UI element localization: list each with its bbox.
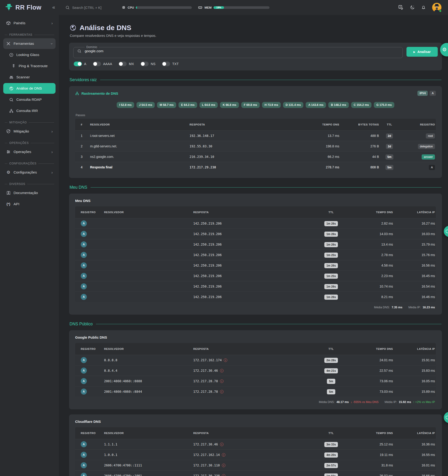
table-header-row: REGISTRO RESOLVEDOR RESPOSTA TTL TEMPO D…	[75, 427, 436, 439]
ttl-badge: 5m	[385, 154, 393, 159]
table-row: A 8.8.4.4 172.217.30.46! 4m 21s 22.57 ms…	[75, 365, 436, 376]
table-row: A 142.250.219.206 1m 25s 2.78 ms 15.76 m…	[75, 249, 436, 260]
sidebar-item-label: Consulta RDAP	[16, 97, 42, 102]
book-icon	[6, 191, 11, 195]
sidebar-item-api[interactable]: {*} API	[3, 199, 56, 210]
table-row: A 142.250.219.206 1m 26s 13.4 ms 15.79 m…	[75, 239, 436, 249]
online-status-dot	[439, 10, 442, 12]
record-a-badge: A	[81, 241, 87, 247]
sidebar-item-label: Painéis	[13, 21, 25, 25]
record-a-badge: A	[81, 368, 87, 374]
chevron-right-icon: ›	[51, 150, 53, 154]
ttl-badge: 2m 28s	[324, 358, 338, 363]
ttl-badge: 1m 26s	[324, 263, 338, 268]
search-icon	[65, 5, 70, 10]
sidebar-section-ferramentas: FERRAMENTAS	[5, 33, 54, 36]
record-toggle-mx[interactable]: MX	[119, 62, 134, 66]
record-a-badge: A	[81, 283, 87, 289]
sidebar-item-scanner[interactable]: Scanner	[3, 72, 56, 83]
sidebar-section-diversos: DIVERSOS	[5, 182, 54, 186]
table-row-final-answer: 4 Resposta final 172.217.29.238 278.7 ms…	[75, 162, 436, 172]
domain-search-card: Domínio ▶ Analisar	[69, 43, 442, 70]
table-row: A 8.8.8.8 172.217.162.174! 2m 28s 24.01 …	[75, 355, 436, 365]
table-header-row: REGISTRO RESOLVEDOR RESPOSTA TTL TEMPO D…	[75, 206, 436, 218]
record-toggle-txt[interactable]: TXT	[162, 62, 178, 66]
cpu-chip-icon	[121, 5, 126, 10]
toggle-switch[interactable]	[74, 62, 82, 66]
steps-label: Passos	[76, 113, 436, 117]
table-row: A 142.250.219.206 1m 26s 2.82 ms 16.27 m…	[75, 218, 436, 229]
svg-text:A: A	[399, 6, 401, 8]
dns-delta: ↓ -555% vs Meu DNS	[351, 400, 379, 404]
record-a-badge: A	[81, 252, 87, 258]
record-a-badge: A	[81, 294, 87, 300]
sidebar-item-documentacao[interactable]: Documentação	[3, 187, 56, 198]
record-toggle-a[interactable]: A	[74, 62, 86, 66]
globe-icon	[69, 24, 76, 31]
table-row: A 142.250.219.206 1m 26s 10.74 ms 16.54 …	[75, 281, 436, 292]
record-a-badge: A	[81, 220, 87, 227]
sidebar-item-ferramentas[interactable]: Ferramentas ›	[3, 38, 56, 49]
my-dns-table: REGISTRO RESOLVEDOR RESPOSTA TTL TEMPO D…	[75, 206, 436, 302]
sidebar-item-configuracoes[interactable]: ⚙ Configurações ›	[3, 167, 56, 178]
sidebar-item-paineis[interactable]: Painéis ›	[3, 18, 56, 28]
sidebar-item-consulta-irr[interactable]: Consulta IRR	[3, 105, 56, 116]
analyze-button[interactable]: ▶ Analisar	[407, 47, 438, 57]
ttl-badge: 1m 26s	[324, 284, 338, 289]
ttl-badge: 2d	[386, 144, 393, 149]
table-row: A 1.0.0.1 172.217.162.14! 4m 20s 19.11 m…	[75, 449, 436, 460]
sidebar-item-operacoes[interactable]: Operações ›	[3, 147, 56, 157]
page-title: Análise de DNS	[80, 24, 131, 32]
sidebar-item-label: Consulta IRR	[16, 109, 38, 113]
table-row: A 142.250.219.206 1m 26s 14.03 ms 16.03 …	[75, 229, 436, 239]
ttl-badge: 5m	[327, 379, 335, 384]
chevron-right-icon: ›	[51, 21, 53, 25]
google-dns-table: REGISTRO RESOLVEDOR RESPOSTA TTL TEMPO D…	[75, 343, 436, 397]
toggle-switch[interactable]	[140, 62, 149, 66]
sidebar-item-ping-traceroute[interactable]: Ping & Traceroute	[3, 61, 56, 71]
card-title: Meu DNS	[75, 199, 436, 203]
card-title: Cloudflare DNS	[75, 419, 436, 424]
ttl-badge: 1m 25s	[324, 274, 338, 279]
testtube-icon	[11, 64, 16, 68]
table-row: A 2001:4860:4860::8844 172.217.28.78! 5m…	[75, 386, 436, 397]
record-toggle-aaaa[interactable]: AAAA	[93, 62, 112, 66]
notifications-bell-icon[interactable]	[421, 5, 426, 10]
record-a-badge: A	[81, 473, 87, 476]
ttl-badge: 3m 33s	[324, 442, 338, 447]
record-a-badge: A	[81, 262, 87, 268]
ttl-badge: 5m	[385, 165, 393, 170]
global-search[interactable]: Search [CTRL + K]	[65, 5, 102, 10]
toggle-switch[interactable]	[162, 62, 170, 66]
latency-chip: K 66.8 ms	[220, 102, 239, 108]
sidebar-item-consulta-rdap[interactable]: Consulta RDAP	[3, 94, 56, 105]
record-a-badge: A	[81, 273, 87, 279]
mismatch-warning-icon: !	[222, 453, 225, 457]
sidebar-item-analise-dns[interactable]: Análise de DNS	[3, 83, 56, 94]
toggle-switch[interactable]	[119, 62, 127, 66]
mem-label: MEM	[204, 6, 211, 9]
record-badge: root	[426, 133, 435, 139]
sidebar-section-mitigacao: MITIGAÇÃO	[5, 121, 54, 124]
ttl-badge: 1m 26s	[324, 295, 338, 300]
sidebar-item-looking-glass[interactable]: Looking Glass	[3, 49, 56, 60]
dark-mode-moon-icon[interactable]	[410, 5, 415, 10]
record-a-badge: A	[81, 231, 87, 237]
binoculars-icon	[9, 75, 13, 79]
brand-spy-logo-icon	[5, 3, 13, 12]
tools-icon	[6, 41, 11, 46]
latency-chip: H 73.9 ms	[262, 102, 281, 108]
mismatch-warning-icon: !	[222, 474, 225, 476]
section-dns-publico: DNS Público	[69, 322, 442, 327]
record-toggle-ns[interactable]: NS	[140, 62, 155, 66]
toggle-switch[interactable]	[93, 62, 101, 66]
search-icon	[9, 97, 13, 102]
user-avatar[interactable]	[432, 3, 442, 12]
card-title: Rastreamento de DNS	[81, 91, 118, 95]
domain-input[interactable]	[84, 49, 399, 53]
translate-icon[interactable]: A	[398, 5, 404, 10]
ip-delta: ↑ +2% vs Meu IP	[413, 400, 435, 404]
sidebar-item-mitigacao[interactable]: Mitigação ›	[3, 126, 56, 137]
cpu-label: CPU	[128, 6, 134, 9]
sidebar-collapse-button[interactable]: «	[52, 5, 55, 10]
